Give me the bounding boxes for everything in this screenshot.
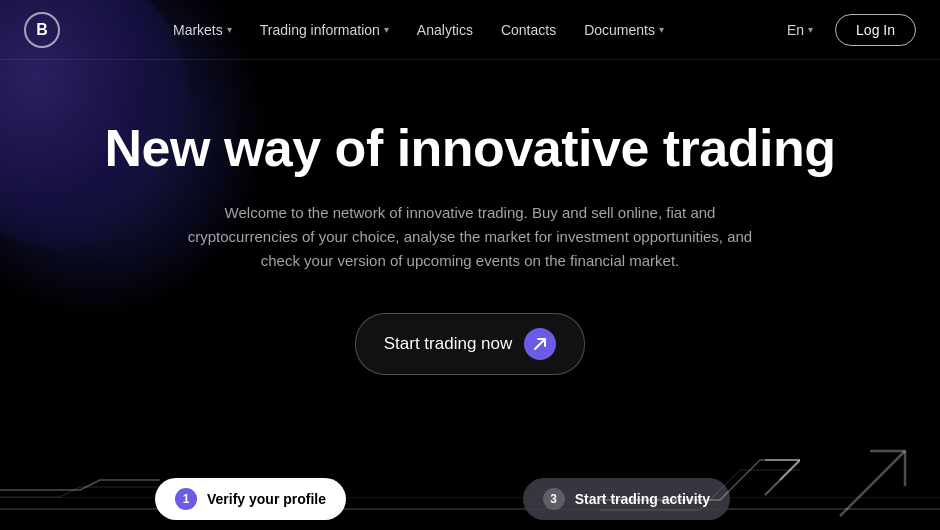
nav-analytics[interactable]: Analytics [407, 16, 483, 44]
nav-documents[interactable]: Documents ▾ [574, 16, 674, 44]
nav-trading-information[interactable]: Trading information ▾ [250, 16, 399, 44]
nav-links: Markets ▾ Trading information ▾ Analytic… [60, 16, 777, 44]
hero-section: New way of innovative trading Welcome to… [0, 60, 940, 415]
language-selector[interactable]: En ▾ [777, 16, 823, 44]
logo-letter: B [36, 21, 48, 39]
nav-contacts[interactable]: Contacts [491, 16, 566, 44]
arrow-icon [524, 328, 556, 360]
step-1-label: Verify your profile [207, 491, 326, 507]
chevron-down-icon: ▾ [227, 24, 232, 35]
chevron-down-icon: ▾ [659, 24, 664, 35]
navbar: B Markets ▾ Trading information ▾ Analyt… [0, 0, 940, 60]
logo[interactable]: B [24, 12, 60, 48]
hero-subtitle: Welcome to the network of innovative tra… [180, 201, 760, 273]
bottom-bar: 1 Verify your profile 3 Start trading ac… [0, 450, 940, 530]
large-arrow-decoration [830, 446, 920, 530]
hero-title: New way of innovative trading [105, 120, 836, 177]
login-button[interactable]: Log In [835, 14, 916, 46]
nav-right: En ▾ Log In [777, 14, 916, 46]
connector-right [600, 450, 800, 530]
start-trading-button[interactable]: Start trading now [355, 313, 586, 375]
chevron-down-icon: ▾ [384, 24, 389, 35]
step-3-number: 3 [543, 488, 565, 510]
connector-left [0, 475, 160, 505]
chevron-down-icon: ▾ [808, 24, 813, 35]
nav-markets[interactable]: Markets ▾ [163, 16, 242, 44]
cta-label: Start trading now [384, 334, 513, 354]
step-1-verify-profile[interactable]: 1 Verify your profile [155, 478, 346, 520]
step-1-number: 1 [175, 488, 197, 510]
